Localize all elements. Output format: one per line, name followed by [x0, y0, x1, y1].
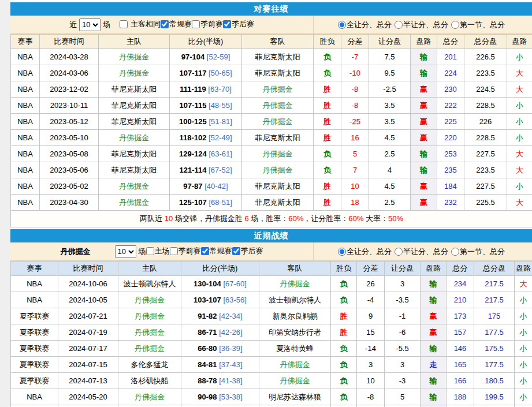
checkbox-input-季后赛[interactable]: [232, 247, 240, 255]
cell-empty: [385, 405, 421, 407]
cell-score: 103-107 [63-56]: [181, 292, 259, 308]
table-row-partial: [11, 405, 532, 407]
cell-win-loss: 胜: [314, 130, 341, 146]
cell-empty: [357, 405, 385, 407]
checkbox-input-季前赛[interactable]: [170, 247, 178, 255]
score-fulltime: 66-80: [198, 344, 217, 353]
cell-total-line: 226: [464, 114, 507, 130]
checkbox-主客相同[interactable]: 主客相同: [120, 19, 161, 29]
cell-handicap-result: 赢: [411, 81, 437, 98]
checkbox-input-季前赛[interactable]: [192, 20, 200, 28]
games-count-select-1[interactable]: 10: [79, 18, 101, 31]
cell-date: 2024-03-06: [40, 65, 99, 81]
section1-radio-group: 全让分、总分半让分、总分第一节、总分: [314, 16, 532, 33]
checkbox-input-常规赛[interactable]: [201, 247, 209, 255]
cell-empty: [474, 405, 515, 407]
checkbox-常规赛[interactable]: 常规赛: [161, 19, 192, 29]
cell-home-team: 丹佛掘金: [118, 341, 181, 357]
cell-league: 夏季联赛: [11, 308, 58, 324]
cell-empty: [181, 405, 259, 407]
cell-league: NBA: [11, 195, 40, 211]
score-fulltime: 97-87: [183, 182, 202, 191]
column-header-盘路: 盘路: [421, 262, 447, 276]
radio-input-半让分、总分[interactable]: [395, 21, 403, 29]
cell-score: 66-80 [36-39]: [181, 341, 259, 357]
table-row: 夏季联赛2024-07-19丹佛掘金86-71 [42-26]印第安纳步行者胜1…: [11, 324, 532, 341]
section1-filter-left: 近 10 场 主客相同常规赛季前赛季后赛: [10, 16, 314, 33]
checkbox-input-常规赛[interactable]: [161, 20, 169, 28]
cell-total-line: 223.5: [464, 65, 507, 81]
section1-checkbox-group: 主客相同常规赛季前赛季后赛: [110, 19, 254, 30]
checkbox-季后赛[interactable]: 季后赛: [232, 246, 263, 256]
cell-date: 2024-03-28: [40, 49, 99, 65]
radio-input-全让分、总分[interactable]: [338, 21, 346, 29]
checkbox-input-主场[interactable]: [146, 247, 154, 255]
cell-total-points: 157: [447, 324, 474, 341]
checkbox-常规赛[interactable]: 常规赛: [201, 246, 232, 256]
cell-league: NBA: [11, 98, 40, 114]
cell-home-team: 菲尼克斯太阳: [99, 146, 170, 162]
cell-home-team: 菲尼克斯太阳: [99, 162, 170, 178]
cell-handicap-line: 7.5: [369, 49, 411, 65]
cell-total-points: 225: [437, 114, 464, 130]
cell-total-points: 210: [447, 292, 474, 308]
games-count-select-2[interactable]: 10: [115, 245, 136, 258]
summary-stat-value: 60%: [348, 214, 363, 223]
cell-point-diff: 7: [341, 162, 369, 178]
checkbox-季前赛[interactable]: 季前赛: [192, 19, 223, 29]
summary-row: 两队近 10 场交锋，丹佛掘金胜 6 场，胜率：60%，让分胜率：60% 大率：…: [11, 211, 532, 227]
radio-全让分、总分[interactable]: 全让分、总分: [338, 247, 392, 257]
radio-label: 半让分、总分: [403, 20, 448, 30]
cell-date: 2024-07-15: [58, 357, 118, 373]
radio-第一节、总分[interactable]: 第一节、总分: [451, 247, 505, 257]
cell-total-points: 165: [447, 357, 474, 373]
radio-第一节、总分[interactable]: 第一节、总分: [451, 20, 505, 30]
radio-input-全让分、总分[interactable]: [338, 248, 346, 256]
cell-league: NBA: [11, 49, 40, 65]
summary-text: 场，胜率：: [249, 214, 289, 223]
cell-total-line: 177.5: [474, 324, 515, 341]
cell-over-under: 小: [515, 341, 532, 357]
radio-input-半让分、总分[interactable]: [395, 248, 403, 256]
cell-over-under: 小: [507, 98, 532, 114]
radio-半让分、总分[interactable]: 半让分、总分: [395, 20, 448, 30]
head-to-head-table: 赛事比赛时间主队比分(半场)客队胜负分差让分盘盘路总分总分盘盘路 NBA2024…: [10, 34, 532, 227]
cell-win-loss: 胜: [314, 114, 341, 130]
column-header-比赛时间: 比赛时间: [58, 262, 118, 276]
checkbox-label: 季后赛: [232, 19, 254, 29]
score-halftime: [63-61]: [207, 150, 232, 158]
checkbox-季后赛[interactable]: 季后赛: [223, 19, 254, 29]
radio-半让分、总分[interactable]: 半让分、总分: [395, 247, 448, 257]
checkbox-input-季后赛[interactable]: [223, 20, 231, 28]
cell-date: 2024-07-21: [58, 308, 118, 324]
cell-away-team: 丹佛掘金: [242, 162, 314, 178]
table-row: 夏季联赛2024-07-21丹佛掘金91-82 [42-34]新奥尔良鹈鹕胜9-…: [11, 308, 532, 324]
section2-filter-left: 丹佛掘金 10 场 主场季前赛常规赛季后赛: [10, 242, 314, 260]
radio-input-第一节、总分[interactable]: [451, 21, 459, 29]
score-fulltime: 100-125: [179, 117, 207, 126]
cell-point-diff: 9: [357, 308, 385, 324]
table-row: NBA2023-05-08菲尼克斯太阳129-124 [63-61]丹佛掘金负5…: [11, 146, 532, 162]
cell-empty: [58, 405, 118, 407]
score-fulltime: 88-78: [198, 376, 217, 385]
radio-全让分、总分[interactable]: 全让分、总分: [338, 20, 392, 30]
score-halftime: [68-51]: [207, 198, 232, 207]
radio-input-第一节、总分[interactable]: [451, 248, 459, 256]
cell-over-under: 小: [515, 324, 532, 341]
cell-away-team: 丹佛掘金: [259, 373, 331, 389]
checkbox-主场[interactable]: 主场: [146, 246, 170, 256]
score-halftime: [42-34]: [217, 312, 243, 320]
checkbox-input-主客相同[interactable]: [120, 20, 128, 28]
cell-total-points: 222: [437, 98, 464, 114]
score-fulltime: 103-107: [194, 296, 221, 304]
cell-handicap-line: 3.5: [369, 114, 411, 130]
radio-label: 半让分、总分: [403, 247, 448, 257]
cell-away-team: 菲尼克斯太阳: [242, 65, 314, 81]
cell-point-diff: 10: [341, 178, 369, 195]
cell-total-line: 227.5: [464, 178, 507, 195]
checkbox-季前赛[interactable]: 季前赛: [170, 246, 201, 256]
cell-away-team: 印第安纳步行者: [259, 324, 331, 341]
checkbox-label: 季前赛: [200, 19, 223, 29]
table-row: NBA2023-04-30丹佛掘金125-107 [68-51]菲尼克斯太阳胜1…: [11, 195, 532, 211]
cell-total-line: 217.5: [474, 292, 515, 308]
